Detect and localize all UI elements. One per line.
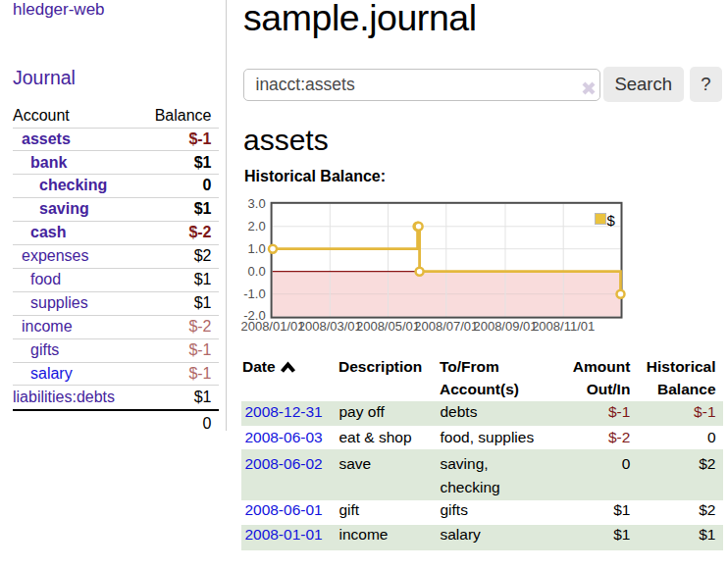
svg-text:2008/05/01: 2008/05/01: [356, 319, 420, 334]
svg-text:2008/01/01: 2008/01/01: [240, 319, 304, 334]
svg-text:-1.0: -1.0: [243, 286, 265, 301]
svg-text:1.0: 1.0: [248, 241, 266, 256]
svg-text:2008/07/01: 2008/07/01: [414, 319, 478, 334]
svg-text:3.0: 3.0: [248, 196, 266, 211]
svg-text:2.0: 2.0: [248, 219, 266, 234]
svg-text:2008/09/01: 2008/09/01: [473, 319, 537, 334]
svg-text:0.0: 0.0: [248, 264, 266, 279]
svg-text:$: $: [607, 212, 616, 229]
svg-text:2008/11/01: 2008/11/01: [532, 319, 595, 334]
svg-text:2008/03/01: 2008/03/01: [298, 319, 362, 334]
